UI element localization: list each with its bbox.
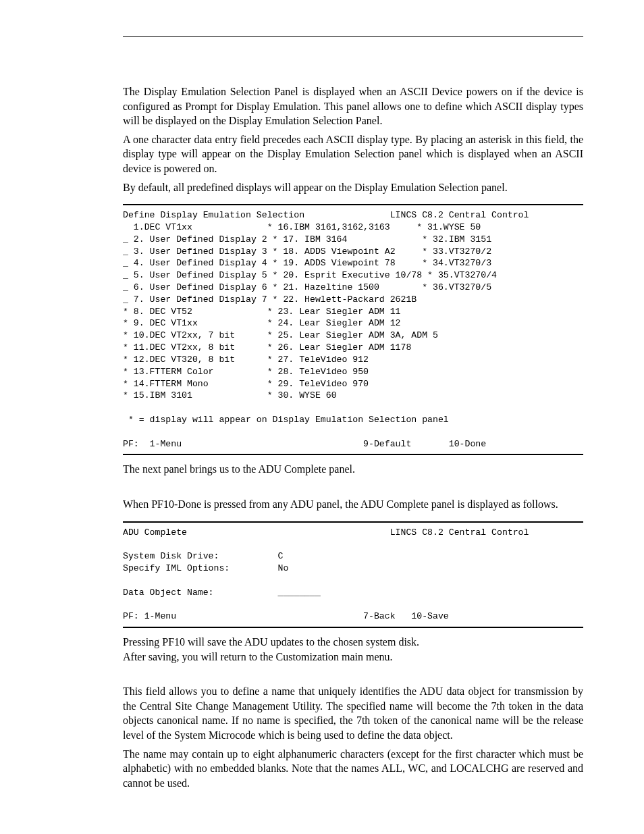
panel-define-display-emulation: Define Display Emulation Selection LINCS… (123, 204, 583, 455)
mid-p4: The next panel brings us to the ADU Comp… (123, 462, 583, 477)
intro-p1: The Display Emulation Selection Panel is… (123, 84, 583, 128)
outro-p6: Pressing PF10 will save the ADU updates … (123, 635, 583, 650)
panel-adu-complete: ADU Complete LINCS C8.2 Central Control … (123, 521, 583, 629)
intro-p2: A one character data entry field precede… (123, 132, 583, 176)
outro-p8: This field allows you to define a name t… (123, 684, 583, 742)
outro-p9: The name may contain up to eight alphanu… (123, 747, 583, 791)
intro-p3: By default, all predefined displays will… (123, 180, 583, 195)
top-rule (123, 36, 583, 37)
outro-p7: After saving, you will return to the Cus… (123, 650, 583, 664)
mid-p5: When PF10-Done is pressed from any ADU p… (123, 497, 583, 512)
